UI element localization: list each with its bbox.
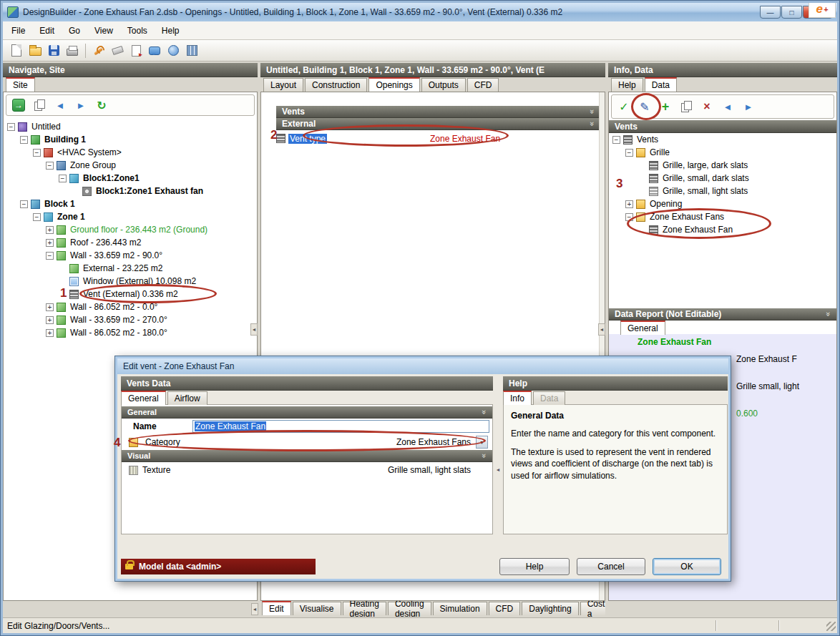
tree-item[interactable]: − Vents [610,133,836,146]
tree-item[interactable]: Grille, small, light slats [610,185,836,197]
expand-toggle[interactable] [638,187,646,195]
expand-toggle[interactable]: − [20,136,28,144]
help-button[interactable]: Help [499,558,570,575]
expand-toggle[interactable] [59,290,67,298]
bottom-tab[interactable]: Cooling design [388,602,431,615]
tree-item[interactable]: + Wall - 86.052 m2 - 180.0° [4,326,256,339]
tree-item[interactable]: Zone Exhaust Fan [610,223,836,236]
tree-item[interactable]: − <HVAC System> [4,146,256,159]
name-field[interactable]: Zone Exhaust Fan [192,420,489,433]
collapse-chevron-icon[interactable] [824,312,833,316]
help-tab[interactable]: Data [533,391,565,405]
tree-item[interactable]: − Building 1 [4,133,256,146]
tree-item[interactable]: + Ground floor - 236.443 m2 (Ground) [4,223,256,236]
dialog-titlebar[interactable]: Edit vent - Zone Exhaust Fan [117,358,728,374]
expand-toggle[interactable] [638,175,646,182]
tab-site[interactable]: Site [6,77,35,92]
collapse-chevron-icon[interactable] [588,122,597,126]
bottom-tab[interactable]: Daylighting [522,602,578,615]
menu-item[interactable]: View [87,22,120,39]
screen-tab[interactable]: CFD [467,78,499,92]
toolbar-button[interactable] [182,42,201,59]
expand-toggle[interactable]: + [46,329,54,337]
tree-item[interactable]: − Untitled [4,120,256,133]
toolbar-button[interactable] [11,98,26,112]
screen-tab[interactable]: Layout [263,78,303,92]
tree-item[interactable]: External - 23.225 m2 [4,262,256,275]
toolbar-button[interactable] [741,99,756,114]
menu-item[interactable]: Tools [120,22,155,39]
expand-toggle[interactable]: − [7,123,15,131]
toolbar-button[interactable] [638,99,652,114]
toolbar-button[interactable] [679,99,693,114]
tabs-scroll-left-button[interactable] [251,603,258,615]
toolbar-button[interactable] [26,42,44,59]
expand-toggle[interactable]: − [625,213,633,221]
minimize-button[interactable]: — [760,6,781,19]
menu-item[interactable]: Edit [32,22,62,39]
toolbar-button[interactable] [32,98,47,112]
expand-toggle[interactable]: − [46,252,54,260]
tree-item[interactable]: Vent (External) 0.336 m2 [4,288,256,300]
toolbar-button[interactable] [74,98,88,112]
menu-item[interactable]: File [4,22,32,39]
bottom-tab[interactable]: CFD [489,602,521,615]
tree-item[interactable]: Window (External) 10.098 m2 [4,275,256,288]
expand-toggle[interactable]: + [46,239,54,247]
panel-collapse-center-button[interactable] [598,323,605,336]
expand-toggle[interactable]: − [33,213,41,221]
toolbar-button[interactable] [53,98,67,112]
help-tab[interactable]: Info [503,391,532,405]
toolbar-button[interactable] [145,42,164,59]
expand-toggle[interactable]: + [46,226,54,234]
toolbar-button[interactable] [7,42,26,59]
toolbar-button[interactable] [89,42,108,59]
expand-toggle[interactable]: + [46,316,54,324]
tree-item[interactable]: Block1:Zone1 Exhaust fan [4,185,256,197]
tree-item[interactable]: + Roof - 236.443 m2 [4,236,256,249]
resize-grip[interactable] [826,622,836,631]
expand-toggle[interactable]: − [612,136,620,144]
category-row[interactable]: Category Zone Exhaust Fans [122,434,492,450]
toolbar-button[interactable] [658,99,673,114]
dialog-tab[interactable]: Airflow [167,391,207,405]
tree-item[interactable]: + Wall - 33.659 m2 - 270.0° [4,313,256,326]
menu-item[interactable]: Help [155,22,187,39]
screen-tab[interactable]: Construction [305,78,367,92]
category-dropdown-button[interactable] [476,436,488,449]
toolbar-button[interactable] [63,42,82,59]
tree-item[interactable]: − Zone Group [4,159,256,172]
tree-item[interactable]: Grille, large, dark slats [610,159,836,172]
toolbar-button[interactable] [108,42,127,59]
tree-item[interactable]: − Block 1 [4,197,256,210]
tree-item[interactable]: Grille, small, dark slats [610,172,836,185]
titlebar[interactable]: DesignBuilder - Zone Exhaust Fan 2.dsb -… [3,3,837,21]
expand-toggle[interactable] [638,226,646,234]
expand-toggle[interactable] [72,187,79,195]
menu-item[interactable]: Go [62,22,87,39]
collapse-chevron-icon[interactable] [588,109,597,114]
screen-tab[interactable]: Openings [368,77,419,92]
tree-item[interactable]: − Zone Exhaust Fans [610,210,836,223]
texture-row[interactable]: Texture Grille small, light slats [122,462,492,478]
tree-item[interactable]: − Zone 1 [4,210,256,223]
tree-item[interactable]: − Wall - 33.659 m2 - 90.0° [4,249,256,262]
bottom-tab[interactable]: Visualise [293,602,341,615]
bottom-tab[interactable]: Simulation [433,602,487,615]
bottom-tab[interactable]: Edit [262,601,291,615]
toolbar-button[interactable] [617,99,631,114]
toolbar-button[interactable] [127,42,145,59]
toolbar-button[interactable] [44,42,63,59]
expand-toggle[interactable]: + [625,200,633,208]
vent-type-row[interactable]: Vent type Zone Exhaust Fan [276,132,600,145]
expand-toggle[interactable]: − [625,149,633,157]
cancel-button[interactable]: Cancel [577,558,645,575]
info-tab[interactable]: Data [645,77,677,92]
expand-toggle[interactable] [59,278,67,285]
expand-toggle[interactable]: + [46,303,54,311]
dialog-splitter[interactable] [494,404,502,534]
tree-item[interactable]: − Block1:Zone1 [4,172,256,185]
category-value[interactable]: Zone Exhaust Fans [396,437,471,447]
expand-toggle[interactable]: − [59,175,67,182]
vent-type-value[interactable]: Zone Exhaust Fan [430,134,500,144]
